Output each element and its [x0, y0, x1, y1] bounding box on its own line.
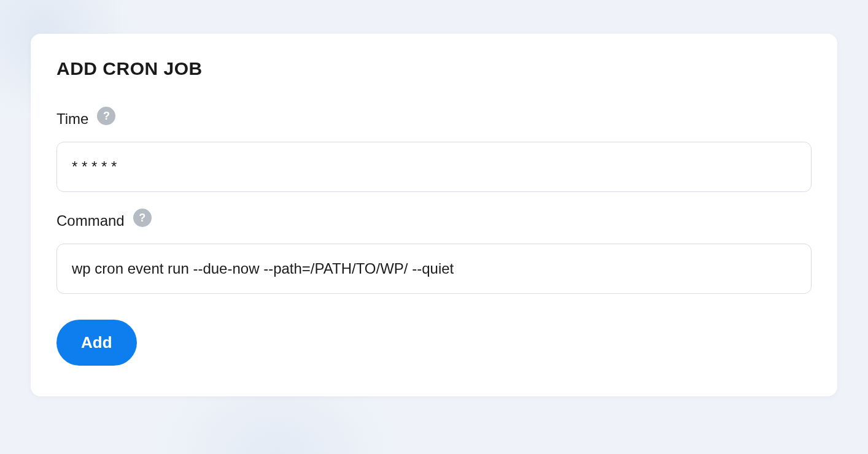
- command-form-group: Command ?: [56, 212, 812, 294]
- add-button[interactable]: Add: [56, 320, 137, 366]
- time-label: Time: [56, 110, 88, 128]
- time-label-row: Time ?: [56, 110, 812, 128]
- add-cron-job-card: ADD CRON JOB Time ? Command ? Add: [31, 34, 837, 396]
- time-input[interactable]: [56, 142, 812, 192]
- command-label-row: Command ?: [56, 212, 812, 230]
- card-title: ADD CRON JOB: [56, 58, 812, 79]
- command-help-icon[interactable]: ?: [133, 209, 152, 227]
- command-input[interactable]: [56, 244, 812, 294]
- time-form-group: Time ?: [56, 110, 812, 192]
- command-label: Command: [56, 212, 125, 229]
- time-help-icon[interactable]: ?: [97, 107, 115, 125]
